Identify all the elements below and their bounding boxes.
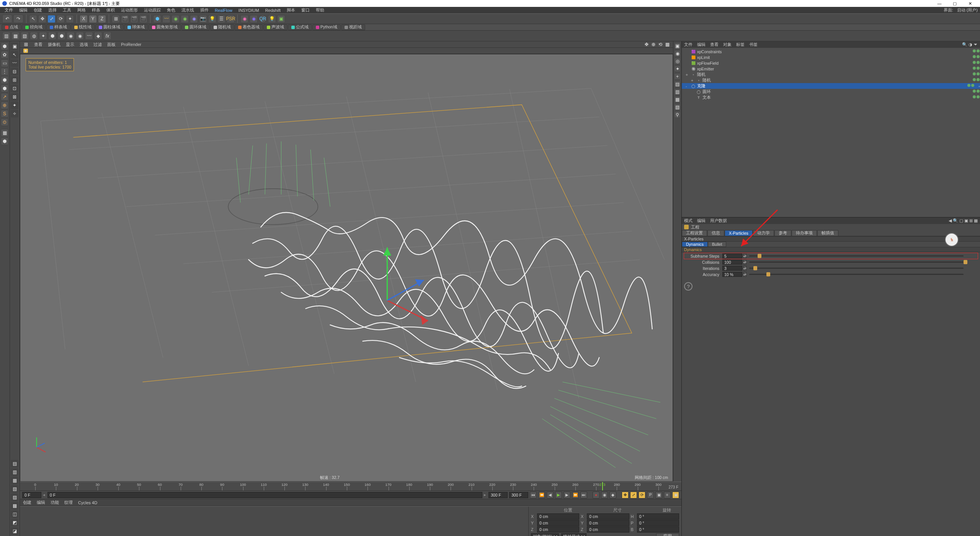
vprc-4[interactable]: ✦ bbox=[674, 65, 681, 72]
bottom-tab-编辑[interactable]: 编辑 bbox=[37, 500, 45, 505]
lt2[interactable]: ↖ bbox=[11, 51, 18, 59]
goto-nextkey[interactable]: ⏩ bbox=[572, 492, 579, 498]
menu-体积[interactable]: 体积 bbox=[104, 7, 117, 13]
bottom-tab-功能[interactable]: 功能 bbox=[51, 500, 59, 505]
am-tab-参考[interactable]: 参考 bbox=[774, 230, 791, 236]
coord-mode-2[interactable]: 绝对尺寸 bbox=[561, 533, 586, 536]
coord-system[interactable]: ⊞ bbox=[112, 15, 120, 23]
redo-button[interactable]: ↷ bbox=[13, 15, 23, 23]
menu-网格[interactable]: 网格 bbox=[75, 7, 88, 13]
vp-menu-camera[interactable]: 摄像机 bbox=[48, 42, 60, 47]
vp-menu-view[interactable]: 查看 bbox=[34, 42, 42, 47]
am-menu-userdata[interactable]: 用户数据 bbox=[710, 218, 727, 224]
xp-button-1[interactable]: ◉ bbox=[240, 15, 248, 23]
viewport[interactable]: Number of emitters: 1 Total live particl… bbox=[20, 54, 673, 482]
camera-menu[interactable]: 📷 bbox=[199, 15, 207, 23]
am-menu-mode[interactable]: 模式 bbox=[684, 218, 693, 224]
scrub-field[interactable]: 0 F bbox=[47, 492, 482, 498]
am-tab-X-Particles[interactable]: X-Particles bbox=[725, 230, 753, 236]
vprc-2[interactable]: ◉ bbox=[674, 50, 681, 57]
menu-样条[interactable]: 样条 bbox=[90, 7, 103, 13]
maximize-button[interactable]: ▢ bbox=[947, 0, 962, 7]
om-filter-icon[interactable]: ⏷ bbox=[973, 42, 978, 47]
timeline[interactable]: 0102030405060708090100110120130140150160… bbox=[20, 482, 681, 491]
vp-menu-prorender[interactable]: ProRender bbox=[121, 42, 141, 47]
menu-运动跟踪[interactable]: 运动跟踪 bbox=[142, 7, 163, 13]
palette-样条域[interactable]: 样条域 bbox=[46, 25, 70, 30]
vp-menu-filter[interactable]: 过滤 bbox=[93, 42, 102, 47]
menu-脚本[interactable]: 脚本 bbox=[284, 7, 297, 13]
lt7[interactable]: ⊠ bbox=[11, 93, 18, 101]
lt4[interactable]: ⊟ bbox=[11, 68, 18, 75]
am-menu-edit[interactable]: 编辑 bbox=[697, 218, 706, 224]
am-r4[interactable]: ▦ bbox=[974, 218, 978, 223]
menu-工具[interactable]: 工具 bbox=[60, 7, 74, 13]
tb3-a[interactable]: ▥ bbox=[2, 32, 10, 40]
menu-角色[interactable]: 角色 bbox=[165, 7, 178, 13]
om-eye-icon[interactable]: ◑ bbox=[969, 42, 972, 47]
tb3-e[interactable]: ✦ bbox=[39, 32, 47, 40]
palette-圆角矩形域[interactable]: 圆角矩形域 bbox=[149, 25, 181, 30]
render-region[interactable]: 🎬 bbox=[130, 15, 138, 23]
axis-z-toggle[interactable]: Z bbox=[98, 15, 106, 23]
tb-extra1[interactable]: ≡ bbox=[664, 492, 671, 498]
am-search-icon[interactable]: 🔍 bbox=[953, 218, 958, 223]
am-subtab-Bullet[interactable]: Bullet bbox=[708, 242, 726, 247]
menu-Redshift[interactable]: Redshift bbox=[263, 8, 283, 13]
lt16[interactable]: ◫ bbox=[11, 510, 18, 518]
vprc-6[interactable]: ▤ bbox=[674, 81, 681, 87]
lt3[interactable]: 〰 bbox=[11, 59, 18, 67]
next-frame[interactable]: ▶ bbox=[564, 492, 570, 498]
lt5[interactable]: ⊞ bbox=[11, 76, 18, 84]
layout-selector[interactable]: 界面: 启动 (用户) bbox=[944, 7, 978, 13]
key-pla[interactable]: ▣ bbox=[655, 492, 662, 498]
tb3-c[interactable]: ▧ bbox=[21, 32, 29, 40]
workplane-mode[interactable]: ▭ bbox=[1, 59, 8, 67]
tb3-g[interactable]: ⬢ bbox=[57, 32, 65, 40]
om-menu-file[interactable]: 文件 bbox=[684, 42, 693, 47]
tree-row-随机[interactable]: +▫随机 bbox=[682, 77, 980, 83]
texture-mode[interactable]: ✿ bbox=[1, 51, 8, 59]
lt18[interactable]: ◪ bbox=[11, 527, 18, 535]
axis-x-toggle[interactable]: X bbox=[80, 15, 88, 23]
vp-gizmo-icon[interactable]: ✦ bbox=[23, 48, 28, 53]
goto-prevkey[interactable]: ⏪ bbox=[538, 492, 545, 498]
palette-公式域[interactable]: 公式域 bbox=[288, 25, 312, 30]
render-settings[interactable]: 🎬 bbox=[139, 15, 147, 23]
om-menu-view[interactable]: 查看 bbox=[710, 42, 719, 47]
cube-primitive[interactable]: ⬢ bbox=[153, 15, 161, 23]
palette-圆柱体域[interactable]: 圆柱体域 bbox=[95, 25, 124, 30]
tb3-fx[interactable]: fx bbox=[103, 32, 111, 40]
green-button[interactable]: ▣ bbox=[277, 15, 285, 23]
bulb-button[interactable]: 💡 bbox=[268, 15, 276, 23]
am-r3[interactable]: ⊞ bbox=[969, 218, 973, 223]
menu-文件[interactable]: 文件 bbox=[2, 7, 15, 13]
am-tab-动力学[interactable]: 动力学 bbox=[753, 230, 774, 236]
om-menu-bookmarks[interactable]: 书签 bbox=[749, 42, 758, 47]
tb3-h[interactable]: ◉ bbox=[67, 32, 75, 40]
vp-menu-options[interactable]: 选项 bbox=[80, 42, 88, 47]
tree-row-随机[interactable]: +▫随机 bbox=[682, 72, 980, 77]
vp-grid-icon[interactable]: ⊞ bbox=[23, 42, 29, 47]
vprc-8[interactable]: ▦ bbox=[674, 96, 681, 103]
lt10[interactable]: ▤ bbox=[11, 460, 18, 467]
record-button[interactable]: ● bbox=[593, 492, 599, 498]
palette-声波域[interactable]: 声波域 bbox=[263, 25, 287, 30]
am-tab-待办事项[interactable]: 待办事项 bbox=[792, 230, 817, 236]
palette-着色器域[interactable]: 着色器域 bbox=[235, 25, 263, 30]
axis-y-toggle[interactable]: Y bbox=[89, 15, 97, 23]
vp-menu-display[interactable]: 显示 bbox=[66, 42, 74, 47]
am-tab-工程设置[interactable]: 工程设置 bbox=[682, 230, 707, 236]
tb3-k[interactable]: ◆ bbox=[94, 32, 102, 40]
light-menu[interactable]: 💡 bbox=[208, 15, 216, 23]
autokey-button[interactable]: ◉ bbox=[601, 492, 608, 498]
menu-流水线[interactable]: 流水线 bbox=[179, 7, 196, 13]
prev-frame[interactable]: ◀ bbox=[547, 492, 554, 498]
scene-menu[interactable]: ☰ bbox=[217, 15, 225, 23]
lt6[interactable]: ⊡ bbox=[11, 85, 18, 92]
minimize-button[interactable]: — bbox=[932, 0, 947, 7]
vp-nav-4[interactable]: ▦ bbox=[665, 42, 670, 47]
object-tree[interactable]: 🟪xpConstraints🟧xpLimit🟩xpFlowField🔘xpEmi… bbox=[682, 48, 980, 217]
spline-primitive[interactable]: 〰 bbox=[162, 15, 170, 23]
menu-窗口[interactable]: 窗口 bbox=[299, 7, 312, 13]
